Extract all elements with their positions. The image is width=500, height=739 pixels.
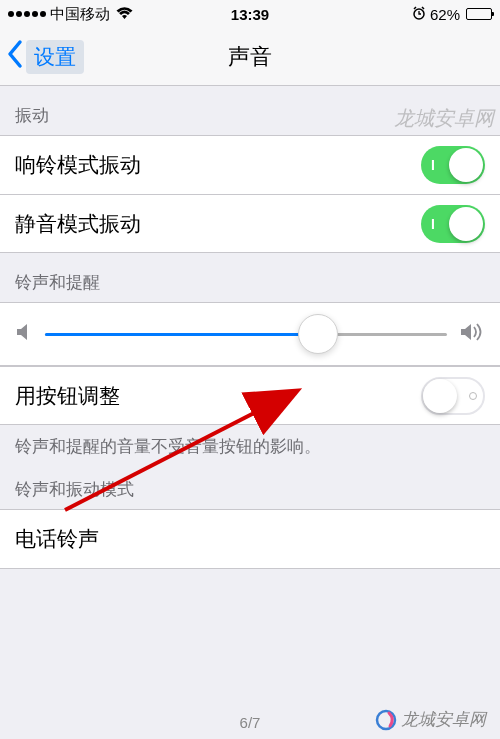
back-button[interactable]: 设置 bbox=[0, 39, 84, 74]
status-left: 中国移动 bbox=[8, 5, 412, 24]
toggle-on-icon: I bbox=[431, 157, 435, 173]
speaker-high-icon bbox=[459, 321, 485, 347]
page-title: 声音 bbox=[228, 42, 272, 72]
cell-ring-vibrate[interactable]: 响铃模式振动 I bbox=[0, 136, 500, 194]
section-header-ringer: 铃声和提醒 bbox=[0, 253, 500, 302]
cell-ringtone[interactable]: 电话铃声 bbox=[0, 510, 500, 568]
silent-vibrate-label: 静音模式振动 bbox=[15, 210, 421, 238]
change-with-buttons-label: 用按钮调整 bbox=[15, 382, 421, 410]
alarm-icon bbox=[412, 6, 426, 23]
wifi-icon bbox=[116, 6, 133, 23]
clock: 13:39 bbox=[231, 6, 269, 23]
toggle-off-icon bbox=[469, 392, 477, 400]
status-bar: 中国移动 13:39 62% bbox=[0, 0, 500, 28]
battery-icon bbox=[464, 8, 492, 20]
toggle-ring-vibrate[interactable]: I bbox=[421, 146, 485, 184]
watermark-bottom-text: 龙城安卓网 bbox=[401, 708, 486, 731]
ringer-footer: 铃声和提醒的音量不受音量按钮的影响。 bbox=[0, 425, 500, 466]
slider-thumb[interactable] bbox=[298, 314, 338, 354]
page-indicator: 6/7 bbox=[240, 714, 261, 731]
cell-change-with-buttons[interactable]: 用按钮调整 bbox=[0, 366, 500, 424]
group-ringer: 用按钮调整 bbox=[0, 302, 500, 425]
volume-slider-cell bbox=[0, 303, 500, 366]
watermark-top: 龙城安卓网 bbox=[394, 105, 494, 132]
nav-bar: 设置 声音 bbox=[0, 28, 500, 86]
toggle-change-with-buttons[interactable] bbox=[421, 377, 485, 415]
battery-percent: 62% bbox=[430, 6, 460, 23]
toggle-on-icon: I bbox=[431, 216, 435, 232]
ring-vibrate-label: 响铃模式振动 bbox=[15, 151, 421, 179]
status-right: 62% bbox=[412, 6, 492, 23]
watermark-bottom: 龙城安卓网 bbox=[375, 708, 486, 731]
volume-slider[interactable] bbox=[45, 333, 447, 336]
chevron-left-icon bbox=[6, 39, 24, 74]
section-header-pattern: 铃声和振动模式 bbox=[0, 466, 500, 509]
signal-dots-icon bbox=[8, 11, 46, 17]
logo-icon bbox=[375, 709, 397, 731]
ringtone-label: 电话铃声 bbox=[15, 525, 485, 553]
back-label: 设置 bbox=[26, 40, 84, 74]
speaker-low-icon bbox=[15, 322, 33, 346]
toggle-silent-vibrate[interactable]: I bbox=[421, 205, 485, 243]
cell-silent-vibrate[interactable]: 静音模式振动 I bbox=[0, 194, 500, 252]
group-pattern: 电话铃声 bbox=[0, 509, 500, 569]
carrier-label: 中国移动 bbox=[50, 5, 110, 24]
group-vibration: 响铃模式振动 I 静音模式振动 I bbox=[0, 135, 500, 253]
